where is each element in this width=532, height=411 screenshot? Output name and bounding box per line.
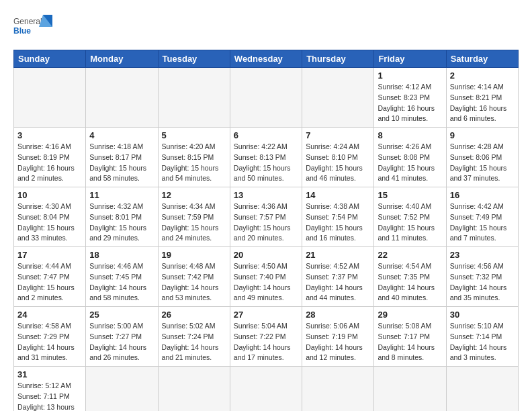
- day-number: 21: [306, 250, 370, 260]
- calendar-week-row: 10Sunrise: 4:30 AM Sunset: 8:04 PM Dayli…: [14, 187, 519, 247]
- weekday-header: Wednesday: [230, 50, 302, 68]
- day-info: Sunrise: 4:50 AM Sunset: 7:40 PM Dayligh…: [234, 261, 298, 304]
- calendar-day-cell: [302, 367, 374, 412]
- day-info: Sunrise: 4:32 AM Sunset: 8:01 PM Dayligh…: [89, 201, 154, 244]
- calendar-week-row: 3Sunrise: 4:16 AM Sunset: 8:19 PM Daylig…: [14, 128, 519, 187]
- calendar-day-cell: 27Sunrise: 5:04 AM Sunset: 7:22 PM Dayli…: [230, 307, 302, 367]
- calendar-day-cell: [230, 68, 302, 128]
- logo-svg: General Blue: [13, 13, 54, 43]
- day-number: 18: [89, 250, 154, 260]
- calendar-day-cell: 14Sunrise: 4:38 AM Sunset: 7:54 PM Dayli…: [302, 187, 374, 247]
- day-info: Sunrise: 4:28 AM Sunset: 8:06 PM Dayligh…: [450, 142, 515, 184]
- day-info: Sunrise: 5:12 AM Sunset: 7:11 PM Dayligh…: [17, 381, 82, 411]
- day-number: 9: [450, 130, 515, 140]
- day-number: 25: [89, 310, 154, 320]
- calendar-day-cell: 4Sunrise: 4:18 AM Sunset: 8:17 PM Daylig…: [86, 128, 158, 187]
- day-number: 11: [89, 190, 154, 200]
- day-number: 16: [450, 190, 515, 200]
- calendar-day-cell: 20Sunrise: 4:50 AM Sunset: 7:40 PM Dayli…: [230, 247, 302, 307]
- day-info: Sunrise: 4:16 AM Sunset: 8:19 PM Dayligh…: [17, 142, 82, 184]
- day-info: Sunrise: 4:20 AM Sunset: 8:15 PM Dayligh…: [162, 142, 226, 184]
- calendar-header-row: SundayMondayTuesdayWednesdayThursdayFrid…: [14, 50, 519, 68]
- calendar-day-cell: 26Sunrise: 5:02 AM Sunset: 7:24 PM Dayli…: [158, 307, 230, 367]
- calendar-day-cell: 23Sunrise: 4:56 AM Sunset: 7:32 PM Dayli…: [446, 247, 518, 307]
- calendar-day-cell: 12Sunrise: 4:34 AM Sunset: 7:59 PM Dayli…: [158, 187, 230, 247]
- day-number: 8: [378, 130, 442, 140]
- day-number: 17: [17, 250, 82, 260]
- day-number: 4: [89, 130, 154, 140]
- logo: General Blue: [13, 13, 54, 43]
- calendar-day-cell: 16Sunrise: 4:42 AM Sunset: 7:49 PM Dayli…: [446, 187, 518, 247]
- calendar-day-cell: 21Sunrise: 4:52 AM Sunset: 7:37 PM Dayli…: [302, 247, 374, 307]
- calendar-day-cell: 15Sunrise: 4:40 AM Sunset: 7:52 PM Dayli…: [374, 187, 446, 247]
- day-number: 7: [306, 130, 370, 140]
- day-number: 3: [17, 130, 82, 140]
- day-info: Sunrise: 4:48 AM Sunset: 7:42 PM Dayligh…: [162, 261, 226, 304]
- day-info: Sunrise: 4:36 AM Sunset: 7:57 PM Dayligh…: [234, 201, 298, 244]
- day-info: Sunrise: 4:14 AM Sunset: 8:21 PM Dayligh…: [450, 82, 515, 124]
- calendar-table: SundayMondayTuesdayWednesdayThursdayFrid…: [13, 50, 519, 411]
- calendar-week-row: 17Sunrise: 4:44 AM Sunset: 7:47 PM Dayli…: [14, 247, 519, 307]
- weekday-header: Tuesday: [158, 50, 230, 68]
- day-number: 6: [234, 130, 298, 140]
- calendar-day-cell: [446, 367, 518, 412]
- calendar-day-cell: [86, 68, 158, 128]
- day-info: Sunrise: 4:52 AM Sunset: 7:37 PM Dayligh…: [306, 261, 370, 304]
- weekday-header: Friday: [374, 50, 446, 68]
- day-number: 1: [378, 71, 442, 81]
- calendar-day-cell: [374, 367, 446, 412]
- day-info: Sunrise: 4:56 AM Sunset: 7:32 PM Dayligh…: [450, 261, 515, 304]
- day-number: 24: [17, 310, 82, 320]
- day-number: 15: [378, 190, 442, 200]
- calendar-week-row: 1Sunrise: 4:12 AM Sunset: 8:23 PM Daylig…: [14, 68, 519, 128]
- calendar-day-cell: [14, 68, 86, 128]
- calendar-day-cell: 24Sunrise: 4:58 AM Sunset: 7:29 PM Dayli…: [14, 307, 86, 367]
- day-info: Sunrise: 5:02 AM Sunset: 7:24 PM Dayligh…: [162, 321, 226, 363]
- day-info: Sunrise: 4:54 AM Sunset: 7:35 PM Dayligh…: [378, 261, 442, 304]
- day-info: Sunrise: 5:00 AM Sunset: 7:27 PM Dayligh…: [89, 321, 154, 363]
- calendar-day-cell: [230, 367, 302, 412]
- calendar-day-cell: 10Sunrise: 4:30 AM Sunset: 8:04 PM Dayli…: [14, 187, 86, 247]
- day-number: 23: [450, 250, 515, 260]
- day-info: Sunrise: 4:40 AM Sunset: 7:52 PM Dayligh…: [378, 201, 442, 244]
- day-info: Sunrise: 4:34 AM Sunset: 7:59 PM Dayligh…: [162, 201, 226, 244]
- calendar-day-cell: [158, 68, 230, 128]
- calendar-day-cell: [86, 367, 158, 412]
- day-info: Sunrise: 4:18 AM Sunset: 8:17 PM Dayligh…: [89, 142, 154, 184]
- day-info: Sunrise: 4:24 AM Sunset: 8:10 PM Dayligh…: [306, 142, 370, 184]
- calendar-day-cell: 28Sunrise: 5:06 AM Sunset: 7:19 PM Dayli…: [302, 307, 374, 367]
- day-number: 26: [162, 310, 226, 320]
- day-info: Sunrise: 4:44 AM Sunset: 7:47 PM Dayligh…: [17, 261, 82, 304]
- calendar-day-cell: 3Sunrise: 4:16 AM Sunset: 8:19 PM Daylig…: [14, 128, 86, 187]
- calendar-day-cell: 29Sunrise: 5:08 AM Sunset: 7:17 PM Dayli…: [374, 307, 446, 367]
- day-info: Sunrise: 5:06 AM Sunset: 7:19 PM Dayligh…: [306, 321, 370, 363]
- day-number: 29: [378, 310, 442, 320]
- day-number: 19: [162, 250, 226, 260]
- weekday-header: Saturday: [446, 50, 518, 68]
- day-info: Sunrise: 4:12 AM Sunset: 8:23 PM Dayligh…: [378, 82, 442, 124]
- calendar-day-cell: 30Sunrise: 5:10 AM Sunset: 7:14 PM Dayli…: [446, 307, 518, 367]
- calendar-day-cell: [158, 367, 230, 412]
- calendar-day-cell: 19Sunrise: 4:48 AM Sunset: 7:42 PM Dayli…: [158, 247, 230, 307]
- calendar-day-cell: 5Sunrise: 4:20 AM Sunset: 8:15 PM Daylig…: [158, 128, 230, 187]
- day-number: 2: [450, 71, 515, 81]
- day-info: Sunrise: 4:26 AM Sunset: 8:08 PM Dayligh…: [378, 142, 442, 184]
- svg-text:Blue: Blue: [13, 26, 31, 36]
- day-number: 30: [450, 310, 515, 320]
- calendar-day-cell: 9Sunrise: 4:28 AM Sunset: 8:06 PM Daylig…: [446, 128, 518, 187]
- svg-text:General: General: [13, 17, 42, 26]
- day-info: Sunrise: 4:30 AM Sunset: 8:04 PM Dayligh…: [17, 201, 82, 244]
- day-number: 27: [234, 310, 298, 320]
- day-info: Sunrise: 5:08 AM Sunset: 7:17 PM Dayligh…: [378, 321, 442, 363]
- day-number: 14: [306, 190, 370, 200]
- calendar-day-cell: 31Sunrise: 5:12 AM Sunset: 7:11 PM Dayli…: [14, 367, 86, 412]
- day-number: 10: [17, 190, 82, 200]
- day-info: Sunrise: 4:46 AM Sunset: 7:45 PM Dayligh…: [89, 261, 154, 304]
- page-header: General Blue: [13, 13, 519, 43]
- day-info: Sunrise: 4:58 AM Sunset: 7:29 PM Dayligh…: [17, 321, 82, 363]
- day-number: 28: [306, 310, 370, 320]
- day-info: Sunrise: 5:04 AM Sunset: 7:22 PM Dayligh…: [234, 321, 298, 363]
- weekday-header: Monday: [86, 50, 158, 68]
- calendar-day-cell: 11Sunrise: 4:32 AM Sunset: 8:01 PM Dayli…: [86, 187, 158, 247]
- calendar-week-row: 31Sunrise: 5:12 AM Sunset: 7:11 PM Dayli…: [14, 367, 519, 412]
